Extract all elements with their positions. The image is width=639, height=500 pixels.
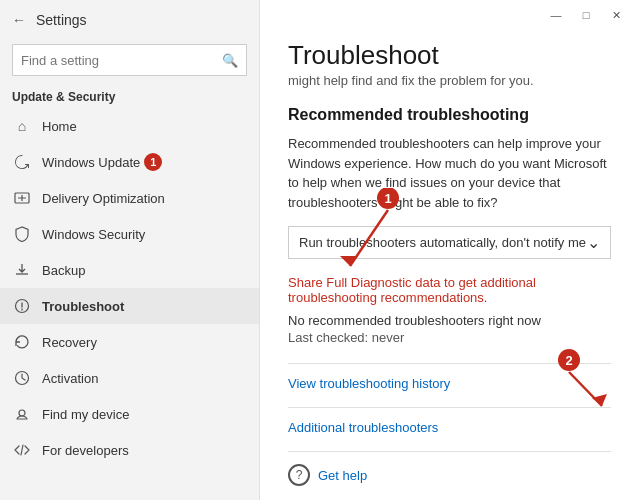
back-button[interactable]: ← (12, 12, 26, 28)
minimize-button[interactable]: — (541, 0, 571, 30)
sidebar-item-home[interactable]: ⌂ Home (0, 108, 259, 144)
sidebar-item-label: Windows Security (42, 227, 145, 242)
backup-icon (12, 260, 32, 280)
get-help-icon: ? (288, 464, 310, 486)
sidebar-item-windows-security[interactable]: Windows Security (0, 216, 259, 252)
search-input[interactable] (21, 53, 222, 68)
sidebar: ← Settings 🔍 Update & Security ⌂ Home Wi… (0, 0, 260, 500)
sidebar-item-backup[interactable]: Backup (0, 252, 259, 288)
get-help-row: ? Get help (288, 464, 611, 486)
diagnostic-link[interactable]: Share Full Diagnostic data to get additi… (288, 275, 611, 305)
sidebar-item-label: Backup (42, 263, 85, 278)
sidebar-item-label: Home (42, 119, 77, 134)
section-heading: Recommended troubleshooting (288, 106, 611, 124)
divider-2 (288, 407, 611, 408)
divider-3 (288, 451, 611, 452)
sidebar-item-find-my-device[interactable]: Find my device (0, 396, 259, 432)
sidebar-item-for-developers[interactable]: For developers (0, 432, 259, 468)
svg-point-3 (19, 410, 25, 416)
view-troubleshooting-history-link[interactable]: View troubleshooting history (288, 376, 611, 391)
description-text: Recommended troubleshooters can help imp… (288, 134, 611, 212)
maximize-button[interactable]: □ (571, 0, 601, 30)
search-box[interactable]: 🔍 (12, 44, 247, 76)
question-mark-icon: ? (296, 468, 303, 482)
sidebar-item-label: Activation (42, 371, 98, 386)
search-icon: 🔍 (222, 53, 238, 68)
sidebar-item-delivery-optimization[interactable]: Delivery Optimization (0, 180, 259, 216)
main-content: — □ ✕ Troubleshoot might help find and f… (260, 0, 639, 500)
security-icon (12, 224, 32, 244)
recovery-icon (12, 332, 32, 352)
last-checked-text: Last checked: never (288, 330, 611, 345)
sidebar-item-label: Troubleshoot (42, 299, 124, 314)
delivery-icon (12, 188, 32, 208)
divider (288, 363, 611, 364)
sidebar-item-label: Delivery Optimization (42, 191, 165, 206)
section-label: Update & Security (0, 84, 259, 108)
sidebar-item-label: Windows Update (42, 155, 140, 170)
sidebar-item-label: Find my device (42, 407, 129, 422)
page-subtitle: might help find and fix the problem for … (288, 73, 611, 88)
find-device-icon (12, 404, 32, 424)
sidebar-item-label: For developers (42, 443, 129, 458)
dropdown-value: Run troubleshooters automatically, don't… (299, 235, 586, 250)
no-troubleshooters-status: No recommended troubleshooters right now (288, 313, 611, 328)
notification-badge: 1 (144, 153, 162, 171)
close-button[interactable]: ✕ (601, 0, 631, 30)
chevron-down-icon: ⌄ (587, 233, 600, 252)
home-icon: ⌂ (12, 116, 32, 136)
troubleshoot-mode-dropdown[interactable]: Run troubleshooters automatically, don't… (288, 226, 611, 259)
activation-icon (12, 368, 32, 388)
sidebar-item-activation[interactable]: Activation (0, 360, 259, 396)
additional-troubleshooters-link[interactable]: Additional troubleshooters (288, 420, 611, 435)
app-title: Settings (36, 12, 87, 28)
update-icon (12, 152, 32, 172)
sidebar-item-recovery[interactable]: Recovery (0, 324, 259, 360)
sidebar-item-label: Recovery (42, 335, 97, 350)
content-area: Troubleshoot might help find and fix the… (260, 30, 639, 500)
get-help-link[interactable]: Get help (318, 468, 367, 483)
developers-icon (12, 440, 32, 460)
window-controls: — □ ✕ (260, 0, 639, 30)
page-title: Troubleshoot (288, 40, 611, 71)
sidebar-item-windows-update[interactable]: Windows Update 1 (0, 144, 259, 180)
titlebar: ← Settings (0, 0, 259, 40)
troubleshoot-icon (12, 296, 32, 316)
sidebar-item-troubleshoot[interactable]: Troubleshoot (0, 288, 259, 324)
